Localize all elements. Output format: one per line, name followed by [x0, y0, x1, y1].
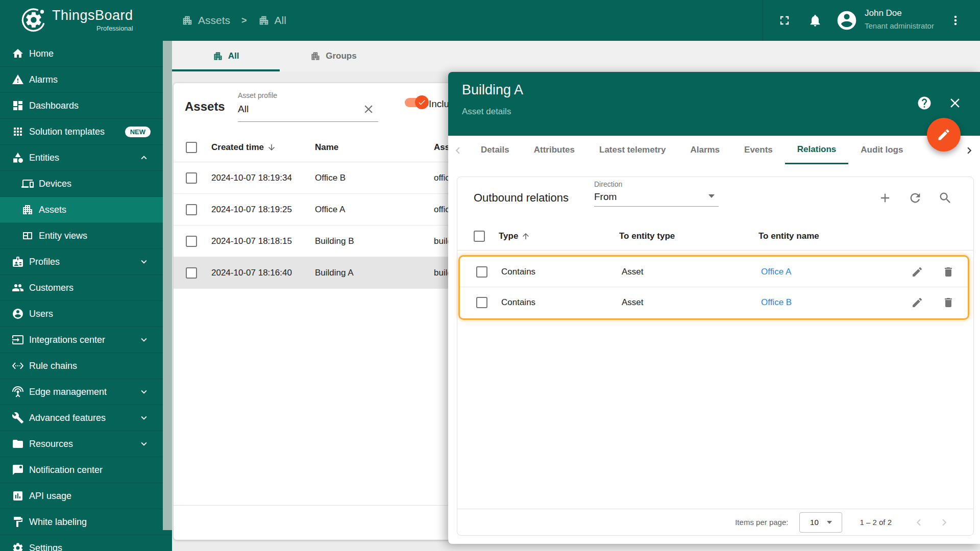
relation-row[interactable]: Contains Asset Office B [460, 287, 968, 318]
tabs-scroll-right-icon[interactable] [963, 144, 976, 157]
sidebar-item-users[interactable]: Users [0, 301, 172, 327]
app-logo[interactable]: ThingsBoard Professional [20, 7, 133, 33]
entity-link[interactable]: Office B [761, 297, 792, 308]
search-icon[interactable] [938, 191, 952, 205]
sidebar-item-api-usage[interactable]: API usage [0, 483, 172, 509]
sidebar-item-label: Notification center [29, 465, 103, 475]
cell-name: Office A [315, 205, 345, 215]
help-icon[interactable] [917, 95, 932, 111]
select-all-checkbox[interactable] [186, 142, 197, 153]
cell-to-entity-type: Asset [622, 267, 644, 277]
column-to-entity-name[interactable]: To entity name [758, 231, 819, 241]
relations-actions [878, 191, 952, 205]
cell-created-time: 2024-10-07 18:18:15 [211, 236, 292, 246]
row-checkbox[interactable] [186, 267, 197, 279]
asset-profile-filter[interactable]: Asset profile All [238, 90, 378, 122]
row-checkbox[interactable] [186, 204, 197, 215]
format-paint-icon [12, 516, 24, 528]
user-name: John Doe [865, 8, 902, 18]
sidebar-item-advanced-features[interactable]: Advanced features [0, 405, 172, 431]
notifications-bell-icon[interactable] [808, 13, 822, 28]
fullscreen-icon[interactable] [777, 13, 792, 28]
sidebar-item-notification-center[interactable]: Notification center [0, 457, 172, 483]
sidebar-scrollbar[interactable] [163, 41, 172, 530]
tab-alarms[interactable]: Alarms [678, 136, 732, 164]
row-checkbox[interactable] [476, 266, 487, 278]
direction-value: From [594, 191, 719, 203]
relations-container: Outbound relations Direction From Type T… [457, 177, 974, 536]
row-checkbox[interactable] [186, 236, 197, 247]
direction-select[interactable]: Direction From [594, 180, 719, 207]
top-bar: ThingsBoard Professional Assets > All Jo… [0, 0, 980, 41]
sidebar-item-home[interactable]: Home [0, 41, 172, 67]
sidebar-item-settings[interactable]: Settings [0, 535, 172, 551]
page-size-select[interactable]: 10 [799, 512, 842, 533]
refresh-icon[interactable] [908, 191, 922, 205]
edit-relation-icon[interactable] [911, 296, 923, 309]
add-relation-icon[interactable] [878, 191, 892, 205]
sidebar-item-dashboards[interactable]: Dashboards [0, 93, 172, 119]
sidebar-item-alarms[interactable]: Alarms [0, 67, 172, 93]
breadcrumb-all[interactable]: All [258, 14, 286, 27]
ethernet-icon [12, 360, 24, 372]
building-icon [21, 204, 34, 216]
sidebar-item-label: Advanced features [29, 413, 106, 423]
user-avatar[interactable] [836, 9, 858, 32]
sidebar-item-integrations-center[interactable]: Integrations center [0, 327, 172, 353]
new-badge: NEW [125, 127, 151, 137]
previous-page-icon[interactable] [912, 516, 925, 529]
sidebar-item-white-labeling[interactable]: White labeling [0, 509, 172, 535]
column-created-time[interactable]: Created time [211, 142, 276, 153]
more-vert-icon[interactable] [948, 13, 963, 28]
chevron-down-icon [138, 438, 150, 449]
column-type[interactable]: Type [499, 231, 530, 241]
panel-header: Building A Asset details [448, 72, 980, 136]
sidebar-item-solution-templates[interactable]: Solution templates NEW [0, 119, 172, 145]
sidebar-item-assets[interactable]: Assets [0, 197, 172, 223]
tab-details[interactable]: Details [469, 136, 522, 164]
next-page-icon[interactable] [938, 516, 951, 529]
sidebar-item-resources[interactable]: Resources [0, 431, 172, 457]
column-name[interactable]: Name [315, 142, 338, 153]
cell-name: Building A [315, 268, 354, 278]
clear-filter-icon[interactable] [362, 103, 375, 116]
delete-relation-icon[interactable] [942, 296, 954, 309]
sidebar-item-edge-management[interactable]: Edge management [0, 379, 172, 405]
breadcrumb-assets[interactable]: Assets [182, 14, 230, 27]
sidebar-item-devices[interactable]: Devices [0, 171, 172, 197]
column-to-entity-type[interactable]: To entity type [619, 231, 675, 241]
close-icon[interactable] [947, 95, 963, 111]
sidebar-item-label: Alarms [29, 74, 58, 85]
sidebar-item-profiles[interactable]: Profiles [0, 249, 172, 275]
tab-relations[interactable]: Relations [785, 136, 849, 164]
edit-relation-icon[interactable] [911, 266, 923, 278]
entity-link[interactable]: Office A [761, 267, 791, 277]
tab-groups[interactable]: Groups [280, 41, 387, 71]
people-icon [12, 282, 24, 294]
sidebar-item-label: Solution templates [29, 127, 105, 137]
tab-audit-logs[interactable]: Audit logs [848, 136, 915, 164]
tab-latest-telemetry[interactable]: Latest telemetry [587, 136, 678, 164]
tab-events[interactable]: Events [732, 136, 785, 164]
tab-attributes[interactable]: Attributes [522, 136, 587, 164]
sidebar-item-label: Devices [39, 179, 71, 189]
pencil-icon [937, 128, 951, 142]
row-checkbox[interactable] [186, 172, 197, 184]
page-size-value: 10 [810, 518, 819, 527]
delete-relation-icon[interactable] [942, 266, 954, 278]
sidebar-item-customers[interactable]: Customers [0, 275, 172, 301]
breadcrumb: Assets > All [182, 0, 286, 41]
sidebar-item-label: Entity views [39, 231, 87, 241]
sidebar-item-entity-views[interactable]: Entity views [0, 223, 172, 249]
row-checkbox[interactable] [476, 297, 487, 308]
dashboard-icon [12, 99, 24, 112]
tab-all[interactable]: All [172, 41, 280, 71]
select-all-checkbox[interactable] [474, 231, 485, 242]
relation-row[interactable]: Contains Asset Office A [460, 257, 968, 287]
include-customers-toggle[interactable] [405, 98, 425, 107]
building-icon [182, 15, 193, 26]
sidebar-item-rule-chains[interactable]: Rule chains [0, 353, 172, 379]
sidebar-item-entities[interactable]: Entities [0, 145, 172, 171]
devices-icon [21, 178, 34, 190]
edit-fab-button[interactable] [927, 118, 961, 152]
